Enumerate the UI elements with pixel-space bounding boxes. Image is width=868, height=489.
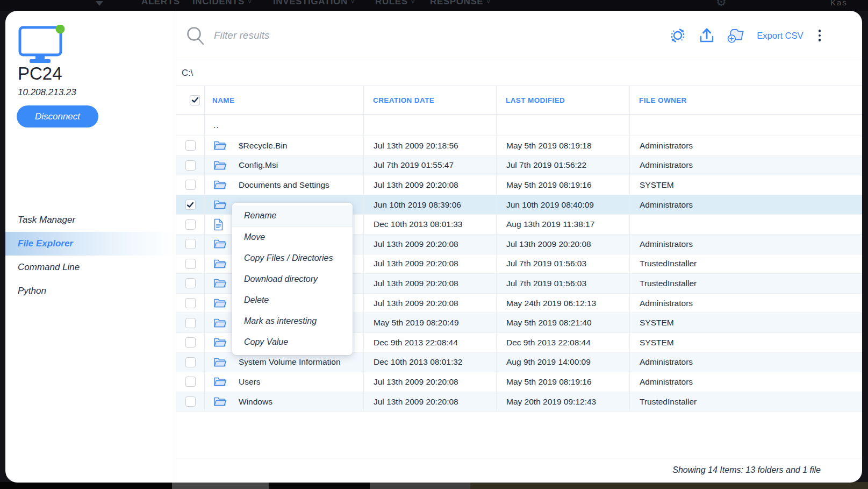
new-folder-icon[interactable] <box>727 26 745 45</box>
row-checkbox[interactable] <box>185 357 196 367</box>
file-owner: TrustedInstaller <box>629 254 862 274</box>
last-modified: May 5th 2019 08:19:18 <box>496 136 629 155</box>
row-checkbox[interactable] <box>185 200 196 210</box>
remote-session-panel: PC24 10.208.213.23 Disconnect Task Manag… <box>5 11 862 483</box>
nav-dropdown-triangle-icon <box>96 1 103 6</box>
table-row[interactable]: Config.Msi Jul 7th 2019 01:55:47 Jul 7th… <box>176 156 862 176</box>
nav-item-rules[interactable]: RULES˅ <box>375 0 415 7</box>
toolbar: Export CSV <box>176 11 862 60</box>
upload-icon[interactable] <box>698 26 716 45</box>
file-owner: Administrators <box>629 353 862 372</box>
table-row[interactable]: System Volume Information Dec 10th 2013 … <box>176 353 862 373</box>
host-ip: 10.208.213.23 <box>18 87 76 98</box>
current-path: C:\ <box>176 60 862 86</box>
host-monitor-icon <box>18 25 67 66</box>
context-menu: RenameMoveCopy Files / DirectoriesDownlo… <box>232 203 353 355</box>
menu-item-download-directory[interactable]: Download directory <box>232 268 353 289</box>
row-checkbox[interactable] <box>185 396 196 407</box>
nav-item-incidents[interactable]: INCIDENTS˅ <box>192 0 252 7</box>
creation-date: Jul 13th 2009 20:20:08 <box>363 175 496 195</box>
creation-date: Dec 10th 2013 08:01:33 <box>363 215 496 234</box>
last-modified: Aug 13th 2019 11:38:17 <box>496 215 629 234</box>
sidebar: PC24 10.208.213.23 Disconnect Task Manag… <box>5 11 176 483</box>
creation-date: Jul 7th 2019 01:55:47 <box>363 156 496 175</box>
table-row[interactable]: Users Jul 13th 2009 20:20:08 May 5th 201… <box>176 372 862 392</box>
row-checkbox[interactable] <box>185 298 196 308</box>
row-checkbox[interactable] <box>185 377 196 387</box>
row-checkbox[interactable] <box>185 278 196 288</box>
menu-item-mark-as-interesting[interactable]: Mark as interesting <box>232 310 353 331</box>
nav-item-response[interactable]: RESPONSE˅ <box>430 0 491 7</box>
file-name: System Volume Information <box>239 357 341 367</box>
column-header-last-modified[interactable]: LAST MODIFIED <box>496 86 629 114</box>
folder-icon <box>213 278 227 289</box>
file-owner: Administrators <box>629 372 862 392</box>
table-row[interactable]: Documents and Settings Jul 13th 2009 20:… <box>176 175 862 195</box>
desktop-taskbar-strip <box>0 482 868 489</box>
row-checkbox[interactable] <box>185 318 196 328</box>
refresh-icon[interactable] <box>669 26 687 45</box>
column-header-file-owner[interactable]: FILE OWNER <box>629 86 862 114</box>
file-owner: Administrators <box>629 195 862 215</box>
folder-icon <box>213 199 227 210</box>
row-checkbox[interactable] <box>185 160 196 171</box>
file-icon <box>213 218 224 231</box>
menu-item-copy-value[interactable]: Copy Value <box>232 331 353 352</box>
folder-icon <box>213 160 227 171</box>
row-checkbox[interactable] <box>185 219 196 230</box>
menu-item-rename[interactable]: Rename <box>232 205 353 226</box>
nav-item-alerts[interactable]: ALERTS <box>141 0 180 7</box>
sidebar-item-python[interactable]: Python <box>5 279 176 303</box>
folder-icon <box>213 297 227 309</box>
filter-input[interactable] <box>214 24 483 47</box>
file-owner: TrustedInstaller <box>629 274 862 293</box>
row-checkbox[interactable] <box>185 337 196 348</box>
export-csv-button[interactable]: Export CSV <box>757 31 803 41</box>
settings-gear-icon[interactable]: ⚙ <box>716 0 727 9</box>
creation-date: May 5th 2019 08:20:49 <box>363 313 496 332</box>
table-row-parent-directory[interactable]: .. <box>176 115 862 136</box>
column-header-creation-date[interactable]: CREATION DATE <box>363 86 496 114</box>
taskbar-segment <box>470 482 868 489</box>
creation-date: Jul 13th 2009 20:20:08 <box>363 254 496 274</box>
select-all-checkbox[interactable] <box>190 95 200 105</box>
row-checkbox[interactable] <box>185 140 196 151</box>
folder-icon <box>213 238 227 250</box>
last-modified: May 20th 2019 09:12:43 <box>496 392 629 412</box>
parent-directory-label[interactable]: .. <box>213 121 219 130</box>
last-modified: May 5th 2019 08:21:40 <box>496 313 629 332</box>
menu-item-delete[interactable]: Delete <box>232 289 353 310</box>
row-checkbox[interactable] <box>185 239 196 249</box>
taskbar-segment <box>269 482 370 489</box>
last-modified: Dec 9th 2013 22:08:44 <box>496 333 629 352</box>
creation-date: Dec 10th 2013 08:01:32 <box>363 353 496 372</box>
screen: ⚙ Kas ALERTSINCIDENTS˅INVESTIGATION˅RULE… <box>0 0 868 489</box>
creation-date: Jul 13th 2009 20:20:08 <box>363 372 496 392</box>
menu-item-copy-files-directories[interactable]: Copy Files / Directories <box>232 247 353 268</box>
user-name-fragment[interactable]: Kas <box>830 0 848 7</box>
file-owner: Administrators <box>629 156 862 175</box>
row-checkbox[interactable] <box>185 180 196 190</box>
last-modified: Jul 7th 2019 01:56:22 <box>496 156 629 175</box>
creation-date: Jul 13th 2009 20:20:08 <box>363 235 496 254</box>
last-modified: Aug 9th 2019 14:00:09 <box>496 353 629 372</box>
file-name: Users <box>239 377 260 387</box>
disconnect-button[interactable]: Disconnect <box>17 105 98 127</box>
folder-icon <box>213 179 227 190</box>
sidebar-item-file-explorer[interactable]: File Explorer <box>5 232 176 256</box>
column-header-name[interactable]: NAME <box>204 86 363 114</box>
creation-date: Jul 13th 2009 20:20:08 <box>363 274 496 293</box>
table-row[interactable]: Windows Jul 13th 2009 20:20:08 May 20th … <box>176 392 862 412</box>
nav-item-investigation[interactable]: INVESTIGATION˅ <box>273 0 355 7</box>
file-owner: SYSTEM <box>629 175 862 195</box>
row-checkbox[interactable] <box>185 259 196 269</box>
sidebar-item-task-manager[interactable]: Task Manager <box>5 208 176 232</box>
file-owner <box>629 215 862 234</box>
menu-item-move[interactable]: Move <box>232 226 353 247</box>
table-row[interactable]: $Recycle.Bin Jul 13th 2009 20:18:56 May … <box>176 136 862 156</box>
file-name: Documents and Settings <box>239 180 329 190</box>
kebab-menu-icon[interactable] <box>814 27 826 44</box>
sidebar-item-command-line[interactable]: Command Line <box>5 256 176 279</box>
top-navbar: ⚙ Kas ALERTSINCIDENTS˅INVESTIGATION˅RULE… <box>0 0 868 11</box>
chevron-down-icon: ˅ <box>248 0 252 6</box>
